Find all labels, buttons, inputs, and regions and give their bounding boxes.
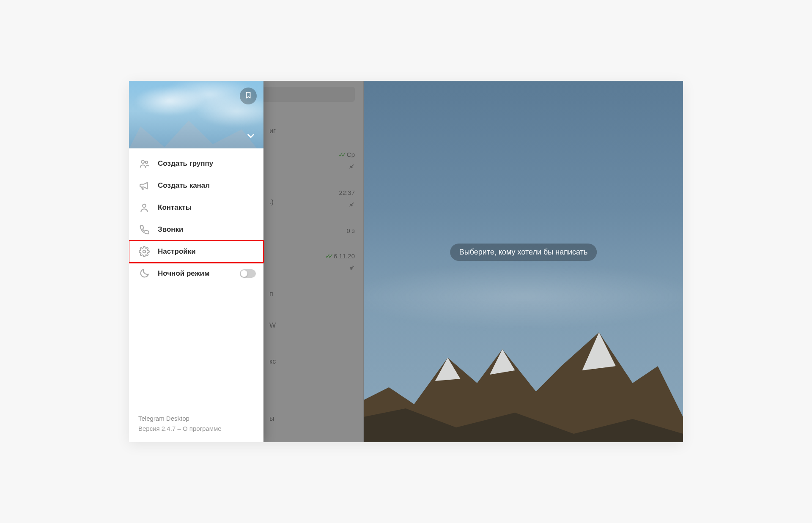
account-expand-button[interactable] — [245, 131, 257, 142]
person-icon — [138, 202, 150, 214]
menu-item-label: Настройки — [158, 247, 196, 256]
phone-icon — [138, 224, 150, 235]
drawer-header — [129, 81, 263, 148]
empty-chat-hint: Выберите, кому хотели бы написать — [450, 244, 597, 261]
svg-point-2 — [143, 204, 146, 208]
menu-item-label: Создать канал — [158, 181, 210, 190]
chevron-down-icon — [246, 131, 255, 142]
gear-icon — [138, 246, 150, 257]
version-prefix: Версия — [138, 425, 162, 432]
menu-item-settings[interactable]: Настройки — [129, 241, 263, 263]
menu-item-new-channel[interactable]: Создать канал — [129, 175, 263, 197]
menu-item-new-group[interactable]: Создать группу — [129, 153, 263, 175]
version-number: 2.4.7 — [162, 425, 176, 432]
menu-item-label: Звонки — [158, 225, 184, 234]
menu-item-label: Ночной режим — [158, 269, 210, 278]
main-menu-drawer: Создать группу Создать канал Контакты — [129, 81, 263, 442]
menu-item-contacts[interactable]: Контакты — [129, 197, 263, 219]
app-window: Выберите, кому хотели бы написать ✓✓Ср 2… — [129, 81, 683, 442]
svg-point-0 — [141, 160, 144, 163]
menu-item-label: Создать группу — [158, 159, 213, 168]
menu-item-night-mode[interactable]: Ночной режим — [129, 263, 263, 285]
megaphone-icon — [138, 180, 150, 192]
toggle-knob — [241, 270, 247, 277]
app-name: Telegram Desktop — [138, 413, 254, 424]
group-icon — [138, 158, 150, 170]
about-link[interactable]: О программе — [183, 425, 222, 432]
moon-icon — [138, 268, 150, 279]
footer-sep: – — [176, 425, 183, 432]
chat-empty-area: Выберите, кому хотели бы написать — [364, 81, 683, 442]
drawer-footer: Telegram Desktop Версия 2.4.7 – О програ… — [129, 413, 263, 442]
menu-item-calls[interactable]: Звонки — [129, 219, 263, 241]
drawer-menu: Создать группу Создать канал Контакты — [129, 148, 263, 413]
bookmark-icon — [244, 91, 252, 101]
app-version-line: Версия 2.4.7 – О программе — [138, 424, 254, 434]
svg-point-3 — [143, 250, 146, 253]
svg-point-1 — [145, 161, 148, 163]
menu-item-label: Контакты — [158, 203, 192, 212]
night-mode-toggle[interactable] — [240, 269, 256, 278]
saved-messages-button[interactable] — [240, 88, 257, 104]
